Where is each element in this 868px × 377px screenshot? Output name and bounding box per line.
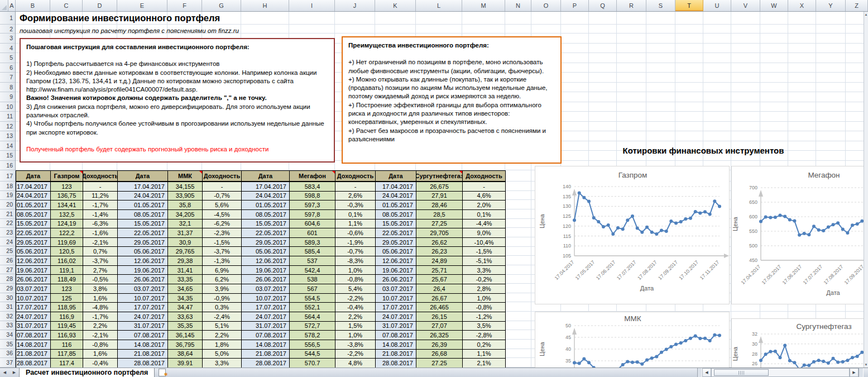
- row-header-21[interactable]: 21: [0, 209, 15, 219]
- cell[interactable]: 29.05.2017: [118, 238, 168, 247]
- cell[interactable]: 556,5: [290, 340, 335, 350]
- cell[interactable]: 24.07.2017: [242, 312, 290, 322]
- column-header-cell[interactable]: Дата: [118, 171, 168, 182]
- column-header-T[interactable]: T: [675, 0, 703, 11]
- column-header-C[interactable]: C: [50, 0, 83, 11]
- cell[interactable]: 03.07.2017: [118, 284, 168, 294]
- tab-split-handle[interactable]: [697, 368, 702, 377]
- select-all-corner[interactable]: [0, 0, 8, 11]
- cell[interactable]: -2,2%: [335, 294, 376, 303]
- cell[interactable]: 564,4: [290, 312, 335, 322]
- cell[interactable]: 1,1%: [335, 219, 376, 229]
- cell[interactable]: 29.05.2017: [242, 238, 290, 247]
- cell[interactable]: -3,7%: [203, 247, 242, 256]
- cell[interactable]: 26,325: [416, 331, 463, 340]
- column-header-W[interactable]: W: [760, 0, 788, 11]
- cell[interactable]: 117.4: [51, 359, 83, 368]
- cell[interactable]: 14.08.2017: [376, 340, 416, 350]
- cell[interactable]: 597,8: [290, 210, 335, 219]
- cell[interactable]: 21.08.2017: [376, 350, 416, 359]
- column-header-H[interactable]: H: [241, 0, 289, 11]
- row-header-19[interactable]: 19: [0, 191, 15, 201]
- cell[interactable]: 554,5: [290, 294, 335, 303]
- cell[interactable]: 542,4: [290, 266, 335, 275]
- chart-megafon[interactable]: Мегафон45050055060065070017.04.201717.05…: [731, 166, 868, 304]
- cell[interactable]: 0,1%: [463, 210, 506, 219]
- column-header-L[interactable]: L: [416, 0, 462, 11]
- cell[interactable]: 116: [51, 340, 83, 350]
- column-header-B[interactable]: B: [16, 0, 50, 11]
- cell[interactable]: 30,9: [168, 238, 203, 247]
- cell[interactable]: -2,1%: [83, 238, 118, 247]
- cell[interactable]: -1,3%: [203, 256, 242, 266]
- cell[interactable]: 22.05.2017: [118, 228, 168, 238]
- cell[interactable]: -2,3%: [203, 228, 242, 238]
- row-header-33[interactable]: 33: [0, 321, 15, 331]
- cell[interactable]: 29,765: [168, 247, 203, 256]
- cell[interactable]: -6,2%: [203, 219, 242, 229]
- column-header-M[interactable]: M: [462, 0, 505, 11]
- cell[interactable]: -1,4%: [83, 210, 118, 219]
- cell[interactable]: 2,6%: [335, 192, 376, 201]
- row-header-25[interactable]: 25: [0, 246, 15, 256]
- cell[interactable]: 1,0%: [335, 266, 376, 275]
- cell[interactable]: 26.06.2017: [16, 275, 51, 284]
- cell[interactable]: 24.04.2017: [118, 192, 168, 201]
- cell[interactable]: 6,9%: [203, 266, 242, 275]
- cell[interactable]: -1,9%: [335, 238, 376, 247]
- row-header-24[interactable]: 24: [0, 237, 15, 247]
- cell[interactable]: 2,2%: [203, 331, 242, 340]
- row-header-4[interactable]: 4: [0, 44, 15, 54]
- row-header-20[interactable]: 20: [0, 200, 15, 209]
- cell[interactable]: 24.04.2017: [16, 192, 51, 201]
- cell[interactable]: 2,7%: [83, 266, 118, 275]
- row-header-15[interactable]: 15: [0, 151, 15, 161]
- row-header-6[interactable]: 6: [0, 63, 15, 73]
- row-header-28[interactable]: 28: [0, 274, 15, 284]
- cell[interactable]: 10.07.2017: [118, 294, 168, 303]
- column-header-X[interactable]: X: [788, 0, 816, 11]
- cell[interactable]: 6,2%: [203, 275, 242, 284]
- cell[interactable]: 14.08.2017: [242, 340, 290, 350]
- cell[interactable]: -4,4%: [463, 219, 506, 229]
- cell[interactable]: 583,4: [290, 182, 335, 192]
- row-header-22[interactable]: 22: [0, 219, 15, 228]
- row-header-12[interactable]: 12: [0, 122, 15, 132]
- cell[interactable]: 27.25: [416, 359, 463, 368]
- cell[interactable]: 3,8%: [83, 284, 118, 294]
- column-header-S[interactable]: S: [646, 0, 675, 11]
- cell[interactable]: 34,35: [168, 294, 203, 303]
- hscroll-thumb[interactable]: [714, 369, 769, 376]
- cell[interactable]: 1,0%: [463, 294, 506, 303]
- cell[interactable]: 34,65: [168, 284, 203, 294]
- cell[interactable]: 1,5%: [335, 322, 376, 331]
- cell[interactable]: 537: [290, 256, 335, 266]
- column-header-cell[interactable]: Сургутнефтегаз: [416, 171, 463, 182]
- cell[interactable]: -0,6%: [335, 228, 376, 238]
- row-header-8[interactable]: 8: [0, 83, 15, 93]
- cell[interactable]: 26,4: [416, 284, 463, 294]
- cell[interactable]: 17.04.2017: [118, 182, 168, 192]
- vertical-scrollbar[interactable]: ▲ ▼: [864, 12, 868, 368]
- cell[interactable]: 538: [290, 275, 335, 284]
- cell[interactable]: 572,7: [290, 322, 335, 331]
- cell[interactable]: 36,795: [168, 340, 203, 350]
- column-header-cell[interactable]: Дата: [16, 171, 51, 182]
- cell[interactable]: 26,67: [416, 294, 463, 303]
- cell[interactable]: -1,5%: [203, 238, 242, 247]
- cell[interactable]: 601: [290, 228, 335, 238]
- column-header-cell[interactable]: Дата: [242, 171, 290, 182]
- cell[interactable]: 24.07.2017: [16, 312, 51, 322]
- cell[interactable]: 2,2%: [83, 322, 118, 331]
- column-header-Q[interactable]: Q: [589, 0, 617, 11]
- cell[interactable]: 28.08.2017: [118, 359, 168, 368]
- column-header-J[interactable]: J: [335, 0, 375, 11]
- row-header-11[interactable]: 11: [0, 112, 15, 122]
- cell[interactable]: 0,3%: [203, 303, 242, 312]
- column-header-cell[interactable]: ММК: [168, 171, 203, 182]
- cell[interactable]: 12.06.2017: [242, 256, 290, 266]
- row-header-26[interactable]: 26: [0, 256, 15, 265]
- column-header-A[interactable]: A: [8, 0, 16, 11]
- cell[interactable]: 1,6%: [83, 350, 118, 359]
- cell[interactable]: 122,2: [51, 228, 83, 238]
